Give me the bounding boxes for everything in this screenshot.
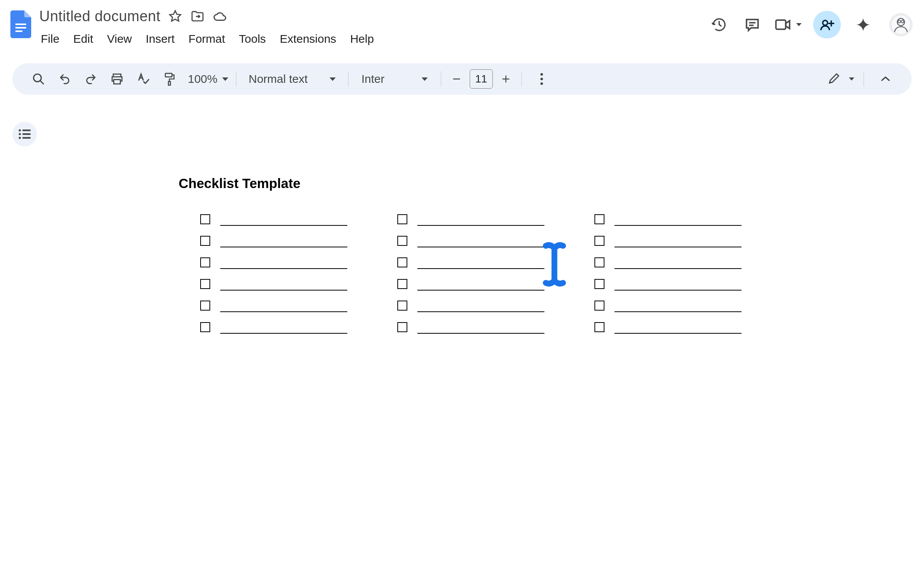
font-size-input[interactable] xyxy=(470,69,493,89)
move-icon[interactable] xyxy=(191,9,204,23)
blank-line[interactable] xyxy=(417,290,544,291)
spellcheck-icon[interactable] xyxy=(134,70,152,88)
blank-line[interactable] xyxy=(417,247,544,247)
separator xyxy=(236,71,236,87)
blank-line[interactable] xyxy=(220,268,347,269)
blank-line[interactable] xyxy=(417,268,544,269)
show-outline-button[interactable] xyxy=(12,122,37,146)
checklist-item[interactable] xyxy=(200,322,347,334)
formatting-toolbar: 100% Normal text Inter xyxy=(12,63,912,95)
chevron-down-icon xyxy=(222,77,228,81)
checkbox-icon[interactable] xyxy=(594,301,604,311)
menu-format[interactable]: Format xyxy=(182,30,231,48)
svg-point-28 xyxy=(19,133,21,135)
checkbox-icon[interactable] xyxy=(594,214,604,224)
profile-avatar[interactable] xyxy=(889,13,912,36)
document-page[interactable]: Checklist Template xyxy=(146,129,778,380)
checkbox-icon[interactable] xyxy=(200,257,210,267)
checklist-item[interactable] xyxy=(594,322,742,334)
checkbox-icon[interactable] xyxy=(594,236,604,246)
paragraph-style-selector[interactable]: Normal text xyxy=(244,72,340,86)
undo-icon[interactable] xyxy=(55,70,74,88)
blank-line[interactable] xyxy=(614,247,742,247)
search-icon[interactable] xyxy=(29,70,48,88)
checklist-item[interactable] xyxy=(200,236,347,247)
video-call-button[interactable] xyxy=(775,18,802,31)
blank-line[interactable] xyxy=(614,311,742,312)
checklist-item[interactable] xyxy=(397,279,544,291)
menu-help[interactable]: Help xyxy=(344,30,380,48)
menu-tools[interactable]: Tools xyxy=(233,30,272,48)
blank-line[interactable] xyxy=(220,247,347,247)
svg-point-25 xyxy=(540,82,543,85)
checklist-item[interactable] xyxy=(397,214,544,226)
checkbox-icon[interactable] xyxy=(594,257,604,267)
collapse-toolbar-icon[interactable] xyxy=(876,70,895,88)
font-selector[interactable]: Inter xyxy=(356,72,433,86)
checkbox-icon[interactable] xyxy=(397,279,407,289)
menu-extensions[interactable]: Extensions xyxy=(274,30,343,48)
checkbox-icon[interactable] xyxy=(397,322,407,332)
checkbox-icon[interactable] xyxy=(200,279,210,289)
blank-line[interactable] xyxy=(417,333,544,334)
cloud-status-icon[interactable] xyxy=(213,9,227,23)
star-icon[interactable] xyxy=(168,9,182,23)
blank-line[interactable] xyxy=(614,333,742,334)
checkbox-icon[interactable] xyxy=(397,214,407,224)
docs-logo-icon[interactable] xyxy=(8,7,34,42)
blank-line[interactable] xyxy=(220,225,347,226)
checklist-item[interactable] xyxy=(594,257,742,269)
blank-line[interactable] xyxy=(220,333,347,334)
menu-insert[interactable]: Insert xyxy=(140,30,181,48)
blank-line[interactable] xyxy=(220,311,347,312)
menu-edit[interactable]: Edit xyxy=(67,30,99,48)
blank-line[interactable] xyxy=(614,268,742,269)
title-icons xyxy=(168,9,227,23)
more-options-icon[interactable] xyxy=(532,70,551,88)
checklist-item[interactable] xyxy=(200,279,347,291)
checklist-item[interactable] xyxy=(397,322,544,334)
zoom-selector[interactable]: 100% xyxy=(188,72,228,86)
checkbox-icon[interactable] xyxy=(397,301,407,311)
editing-mode-selector[interactable] xyxy=(827,73,854,85)
svg-rect-6 xyxy=(776,20,785,29)
checklist-item[interactable] xyxy=(200,214,347,226)
checklist-item[interactable] xyxy=(397,257,544,269)
checkbox-icon[interactable] xyxy=(200,301,210,311)
document-title[interactable]: Untitled document xyxy=(39,8,161,25)
menu-view[interactable]: View xyxy=(101,30,138,48)
gemini-icon[interactable] xyxy=(852,14,874,35)
print-icon[interactable] xyxy=(108,70,126,88)
checkbox-icon[interactable] xyxy=(397,257,407,267)
comments-icon[interactable] xyxy=(742,14,763,35)
checkbox-icon[interactable] xyxy=(594,322,604,332)
blank-line[interactable] xyxy=(417,225,544,226)
checklist-item[interactable] xyxy=(397,236,544,247)
checkbox-icon[interactable] xyxy=(594,279,604,289)
toolbar-right xyxy=(827,70,898,88)
checklist-item[interactable] xyxy=(200,301,347,312)
share-button[interactable] xyxy=(813,11,841,39)
checkbox-icon[interactable] xyxy=(200,236,210,246)
increase-font-size-button[interactable] xyxy=(498,71,514,87)
checklist-item[interactable] xyxy=(397,301,544,312)
menu-file[interactable]: File xyxy=(39,30,65,48)
paint-format-icon[interactable] xyxy=(160,70,179,88)
checklist-item[interactable] xyxy=(594,214,742,226)
checklist-item[interactable] xyxy=(200,257,347,269)
document-heading[interactable]: Checklist Template xyxy=(179,176,747,191)
checkbox-icon[interactable] xyxy=(200,214,210,224)
blank-line[interactable] xyxy=(220,290,347,291)
blank-line[interactable] xyxy=(614,225,742,226)
checkbox-icon[interactable] xyxy=(200,322,210,332)
decrease-font-size-button[interactable] xyxy=(449,71,464,87)
checklist-item[interactable] xyxy=(594,301,742,312)
blank-line[interactable] xyxy=(417,311,544,312)
svg-point-7 xyxy=(823,20,828,25)
checklist-item[interactable] xyxy=(594,236,742,247)
history-icon[interactable] xyxy=(708,14,730,35)
checkbox-icon[interactable] xyxy=(397,236,407,246)
redo-icon[interactable] xyxy=(82,70,100,88)
blank-line[interactable] xyxy=(614,290,742,291)
checklist-item[interactable] xyxy=(594,279,742,291)
